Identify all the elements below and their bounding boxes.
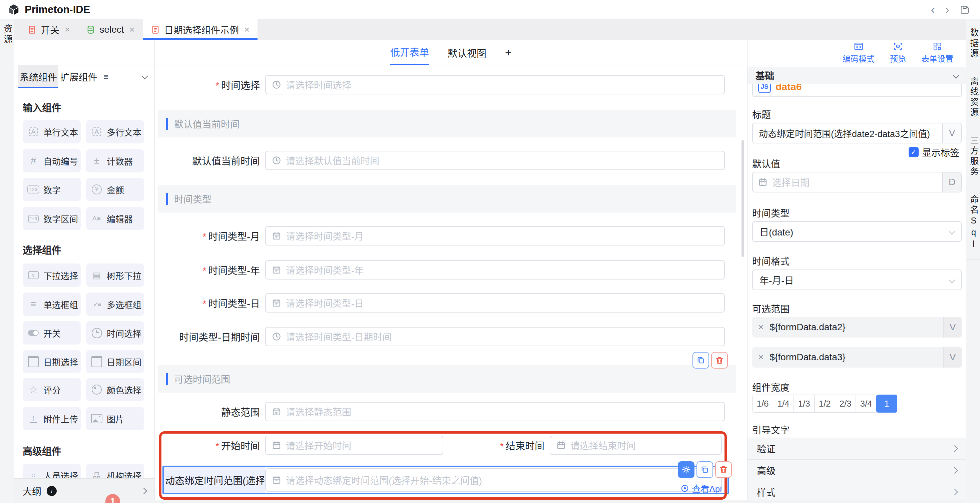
component-card-number[interactable]: 数字 [23, 178, 81, 201]
copy-button[interactable] [692, 352, 709, 369]
component-card-checkbox-group[interactable]: 多选框组 [86, 293, 144, 316]
form-row-default-current-time: 默认值当前时间 请选择默认值当前时间 [158, 151, 736, 170]
doc-tab-date-picker-example[interactable]: 日期选择组件示例 × [143, 19, 258, 40]
doc-tab-select[interactable]: select × [78, 19, 143, 40]
code-mode-button[interactable]: 编码模式 [843, 41, 875, 64]
component-card-time-picker[interactable]: 时间选择 [86, 321, 144, 345]
width-option[interactable]: 1/6 [752, 395, 773, 412]
checkbox-checked-icon[interactable] [908, 147, 919, 157]
settings-button[interactable] [678, 461, 694, 478]
static-range-input[interactable]: 请选择静态范围 [265, 402, 725, 421]
nav-forward-icon[interactable]: › [945, 3, 949, 16]
width-option[interactable]: 1/3 [794, 395, 815, 412]
preview-button[interactable]: 预览 [890, 41, 906, 64]
component-card-number-range[interactable]: 数字区间 [23, 207, 81, 230]
component-card-single-text[interactable]: 单行文本 [23, 120, 81, 143]
close-icon[interactable]: × [65, 24, 70, 35]
time-type-day-input[interactable]: 请选择时间类型-日 [265, 293, 725, 312]
dock-tab-named-sql[interactable]: 命名Sql [966, 186, 980, 259]
default-current-time-input[interactable]: 请选择默认值当前时间 [265, 151, 725, 170]
time-picker-input[interactable]: 请选择时间选择 [265, 75, 725, 94]
canvas-scrollbar-thumb[interactable] [741, 140, 744, 257]
variable-binding-button[interactable]: V [942, 123, 961, 143]
title-value-input[interactable]: 动态绑定时间范围(选择date2-data3之间值) V [752, 123, 962, 143]
outline-bar[interactable]: 大纲 [14, 478, 155, 503]
collapse-row-validation[interactable]: 验证 [748, 438, 966, 460]
component-card-date-range[interactable]: 日期区间 [86, 350, 144, 373]
nav-back-icon[interactable]: ‹ [931, 3, 935, 16]
component-card-radio-group[interactable]: 单选框组 [23, 293, 81, 316]
default-value-label: 默认值 [752, 157, 780, 170]
time-type-select[interactable]: 日(date) [752, 221, 962, 242]
dynamic-range-input[interactable]: 请选择动态绑定时间范围(选择开始-结束之间值) [265, 468, 722, 492]
show-label-checkbox[interactable]: 显示标签 [908, 145, 959, 159]
end-time-input[interactable]: 请选择结束时间 [550, 436, 722, 455]
time-type-datetime-input[interactable]: 请选择时间类型-日期时间 [265, 327, 725, 346]
component-card-multi-text[interactable]: 多行文本 [86, 120, 144, 143]
doc-tab-switch[interactable]: 开关 × [19, 19, 78, 40]
width-option[interactable]: 3/4 [856, 395, 877, 412]
form-settings-button[interactable]: 表单设置 [921, 41, 953, 64]
selected-form-row-dynamic-range[interactable]: * 动态绑定时间范围(选择 请选择动态绑定时间范围(选择开始-结束之间值) [162, 466, 729, 494]
close-icon[interactable]: × [129, 24, 135, 35]
range-binding-row-1[interactable]: × ${formData.data2} V [752, 317, 962, 337]
chevron-right-icon[interactable] [140, 488, 147, 494]
component-card-switch[interactable]: 开关 [23, 321, 81, 345]
placeholder: 请选择静态范围 [286, 405, 351, 418]
view-api-link[interactable]: 查看Api [681, 482, 722, 494]
width-option[interactable]: 1/4 [773, 395, 794, 412]
component-card-editor[interactable]: 编辑器 [86, 207, 144, 230]
start-time-input[interactable]: 请选择开始时间 [265, 436, 443, 455]
list-layout-icon[interactable] [103, 72, 108, 82]
component-card-tree-dropdown[interactable]: 树形下拉 [86, 264, 144, 287]
component-card-image[interactable]: 图片 [86, 407, 144, 430]
component-card-upload[interactable]: 附件上传 [23, 407, 81, 430]
dock-tab-datasource[interactable]: 数据源 [966, 19, 980, 68]
component-card-dropdown[interactable]: 下拉选择 [23, 264, 81, 287]
delete-button[interactable] [715, 461, 732, 478]
field-label: 开始时间 [221, 438, 260, 452]
component-card-counter[interactable]: 计数器 [86, 149, 144, 172]
color-picker-icon [92, 385, 102, 395]
view-tab-default-view[interactable]: 默认视图 [448, 40, 486, 65]
title-property-label: 标题 [752, 107, 771, 121]
clear-icon[interactable]: × [758, 322, 764, 333]
tab-extension-components[interactable]: 扩展组件 [60, 65, 97, 88]
range-binding-row-2[interactable]: × ${formData.data3} V [752, 347, 962, 368]
component-card-date-picker[interactable]: 日期选择 [23, 350, 81, 373]
component-card-auto-number[interactable]: 自动编号 [23, 149, 81, 172]
view-tab-lowcode-form[interactable]: 低开表单 [390, 40, 429, 65]
component-card-money[interactable]: 金额 [86, 178, 144, 201]
clear-icon[interactable]: × [758, 352, 764, 363]
width-option[interactable]: 1/2 [814, 395, 835, 412]
copy-button[interactable] [697, 461, 713, 478]
width-option-selected[interactable]: 1 [876, 395, 897, 412]
required-mark: * [215, 80, 219, 91]
chevron-down-icon[interactable] [953, 72, 959, 79]
component-card-rating[interactable]: 评分 [23, 378, 81, 401]
trash-icon [719, 465, 728, 474]
placeholder: 请选择时间类型-年 [286, 263, 364, 277]
time-type-month-input[interactable]: 请选择时间类型-月 [265, 226, 725, 245]
dock-tab-offline-resource[interactable]: 离线资源 [966, 68, 980, 127]
date-binding-button[interactable]: D [942, 172, 961, 192]
save-icon[interactable] [959, 4, 970, 15]
add-view-button[interactable]: + [505, 40, 512, 65]
time-format-select[interactable]: 年-月-日 [752, 269, 962, 290]
tab-system-components[interactable]: 系统组件 [18, 65, 58, 88]
resources-dock-tab[interactable]: 资源 [0, 24, 14, 45]
default-value-input[interactable]: 选择日期 D [752, 172, 962, 193]
close-icon[interactable]: × [244, 24, 250, 35]
collapse-row-advanced[interactable]: 高级 [748, 460, 966, 481]
component-card-color-picker[interactable]: 颜色选择 [86, 378, 144, 401]
time-type-year-input[interactable]: 请选择时间类型-年 [265, 260, 725, 280]
variable-binding-button[interactable]: V [943, 347, 962, 368]
section-header-basic[interactable]: 基础 [748, 67, 966, 84]
delete-button[interactable] [711, 352, 728, 369]
component-width-label: 组件宽度 [752, 380, 789, 393]
chevron-down-icon[interactable] [142, 73, 148, 80]
variable-binding-button[interactable]: V [943, 317, 962, 337]
tree-dropdown-icon [91, 269, 103, 281]
width-option[interactable]: 2/3 [835, 395, 856, 412]
dock-tab-third-party-service[interactable]: 三方服务 [966, 127, 980, 186]
